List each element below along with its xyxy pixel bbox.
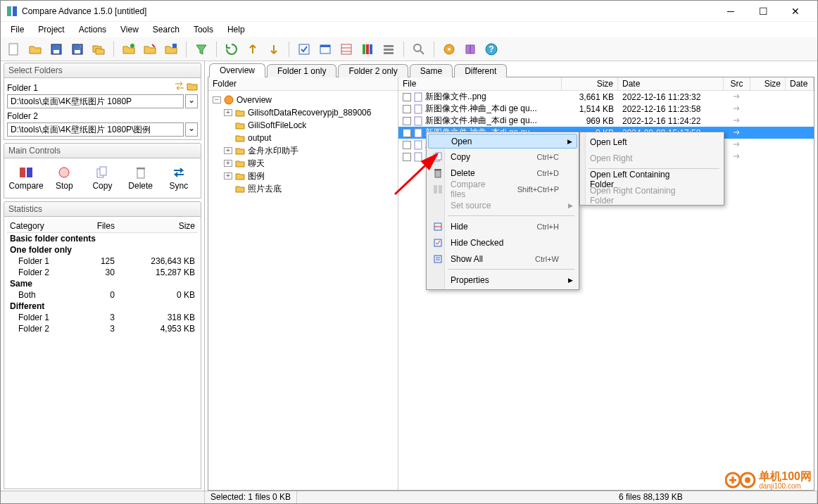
folder2-dropdown-icon[interactable]: ⌄ [185,122,198,137]
menu-help[interactable]: Help [220,23,252,36]
subctx-open-right-folder: Open Right Containing Folder [581,187,722,203]
delete-button[interactable]: Delete [124,165,158,191]
list-icon[interactable] [379,40,398,58]
save-icon[interactable] [47,40,65,58]
svg-rect-8 [172,44,177,48]
row-checkbox[interactable] [403,105,411,113]
trash-icon [431,168,445,178]
showall-icon [431,254,445,264]
maximize-button[interactable]: ☐ [747,1,779,22]
row-checkbox[interactable] [403,129,411,137]
ctx-hide-checked[interactable]: Hide Checked [428,234,577,251]
ctx-hide[interactable]: HideCtrl+H [428,218,577,234]
main-controls-header: Main Controls [4,143,201,158]
swap-folders-icon[interactable] [174,81,185,93]
svg-rect-44 [434,169,441,170]
src-arrow-icon [732,117,742,124]
tab-folder2-only[interactable]: Folder 2 only [338,64,408,77]
new-icon[interactable] [5,40,23,58]
tree-item[interactable]: GiliSoftFileLock [210,119,396,132]
grid-icon[interactable] [337,40,355,58]
ctx-properties[interactable]: Properties▶ [428,272,577,288]
row-checkbox[interactable] [403,153,411,161]
row-checkbox[interactable] [403,93,411,101]
src-arrow-icon [732,141,742,148]
svg-rect-6 [75,50,80,53]
sync-button[interactable]: Sync [162,165,196,191]
tree-root[interactable]: − Overview [210,94,396,106]
subctx-open-left[interactable]: Open Left [581,134,722,150]
subctx-open-right: Open Right [581,150,722,166]
folder2-input[interactable] [7,122,184,137]
menu-file[interactable]: File [4,23,31,36]
svg-rect-39 [415,141,422,149]
file-row[interactable]: 新图像文件..png3,661 KB2022-12-16 11:23:32 [398,91,814,103]
copy-button[interactable]: Copy [85,165,119,191]
col-date2[interactable]: Date [786,77,814,90]
tree-header: Folder [208,77,398,91]
row-checkbox[interactable] [403,141,411,149]
columns-icon[interactable] [358,40,377,58]
col-size[interactable]: Size [562,77,618,90]
ctx-show-all[interactable]: Show AllCtrl+W [428,251,577,267]
minimize-button[interactable]: ─ [715,1,747,22]
tree-item[interactable]: 照片去底 [210,182,396,195]
svg-rect-20 [384,52,394,54]
import-icon[interactable] [265,40,283,58]
folder-action3-icon[interactable] [162,40,180,58]
row-checkbox[interactable] [403,117,411,125]
menu-tools[interactable]: Tools [187,23,220,36]
toolbar: ? [1,37,817,61]
svg-rect-42 [436,153,441,160]
tree-item[interactable]: +图例 [210,170,396,182]
open-icon[interactable] [26,40,44,58]
window-icon[interactable] [316,40,334,58]
tree-item[interactable]: +聊天 [210,157,396,170]
ctx-copy[interactable]: CopyCtrl+C [428,149,577,165]
tab-same[interactable]: Same [410,64,453,77]
folder1-dropdown-icon[interactable]: ⌄ [185,94,198,108]
browse-folder1-icon[interactable] [187,81,198,93]
refresh-icon[interactable] [222,40,241,58]
tree-item[interactable]: +GilisoftDataRecoverypjb_889006 [210,106,396,119]
compare-button[interactable]: Compare [9,165,43,191]
menu-search[interactable]: Search [146,23,187,36]
filter-icon[interactable] [192,40,210,58]
file-row[interactable]: 新图像文件.神曲_本di ge qu...969 KB2022-12-16 11… [398,115,814,127]
folder-action1-icon[interactable] [120,40,138,58]
folder-pair-icon[interactable] [89,40,108,58]
tabs-row: Overview Folder 1 only Folder 2 only Sam… [205,62,817,77]
check-icon[interactable] [295,40,313,58]
tab-overview[interactable]: Overview [209,63,265,77]
tab-different[interactable]: Different [454,64,507,77]
tab-folder1-only[interactable]: Folder 1 only [267,64,336,77]
svg-rect-45 [434,185,437,194]
collapse-icon[interactable]: − [213,96,221,103]
folder1-input[interactable] [7,94,184,108]
menu-actions[interactable]: Actions [72,23,113,36]
overview-icon [224,95,234,105]
book-icon[interactable] [461,40,479,58]
settings-icon[interactable] [440,40,458,58]
tree-item[interactable]: output [210,132,396,144]
watermark-logo: 单机100网danji100.com [725,470,812,491]
ctx-open[interactable]: Open▶ [428,134,577,149]
col-src[interactable]: Src [724,77,750,90]
menu-project[interactable]: Project [31,23,71,36]
stop-button[interactable]: Stop [47,165,81,191]
close-button[interactable]: ✕ [779,1,812,22]
folder-action2-icon[interactable] [141,40,159,58]
tree-item[interactable]: +金舟水印助手 [210,144,396,157]
col-size2[interactable]: Size [750,77,786,90]
col-date[interactable]: Date [618,77,724,90]
svg-point-24 [448,48,451,51]
col-file[interactable]: File [398,77,562,90]
menu-view[interactable]: View [113,23,146,36]
export-icon[interactable] [244,40,262,58]
file-row[interactable]: 新图像文件.神曲_本di ge qu...1,514 KB2022-12-16 … [398,103,814,115]
svg-rect-40 [415,153,422,161]
search-icon[interactable] [410,40,428,58]
svg-point-7 [130,44,134,48]
saveas-icon[interactable] [68,40,87,58]
help-icon[interactable]: ? [482,40,501,58]
